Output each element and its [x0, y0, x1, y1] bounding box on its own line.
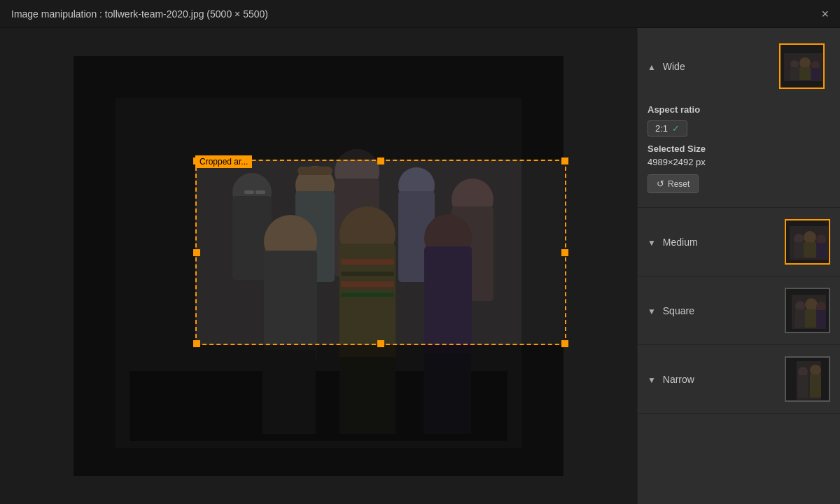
svg-point-47	[795, 301, 805, 311]
svg-rect-58	[810, 374, 821, 398]
svg-rect-16	[264, 251, 317, 363]
square-label: Square	[663, 305, 694, 316]
section-wide: ▲ Wide	[638, 28, 840, 208]
wide-thumb-container	[774, 39, 830, 93]
aspect-ratio-value: 2:1	[655, 123, 668, 134]
svg-rect-52	[816, 310, 826, 328]
section-header-wide[interactable]: ▲ Wide	[638, 35, 840, 97]
svg-rect-32	[790, 67, 799, 80]
dialog-title: Image manipulation : tollwerk-team-2020.…	[11, 8, 268, 20]
section-square: ▼ Square	[638, 276, 840, 345]
reset-icon: ↺	[657, 178, 664, 189]
section-header-medium[interactable]: ▼ Medium	[638, 215, 840, 269]
svg-rect-42	[804, 242, 816, 258]
reset-label: Reset	[668, 179, 690, 189]
title-bar: Image manipulation : tollwerk-team-2020.…	[0, 0, 840, 28]
narrow-header-left: ▼ Narrow	[648, 374, 694, 385]
section-header-narrow[interactable]: ▼ Narrow	[638, 352, 840, 406]
group-photo	[74, 56, 564, 476]
section-medium: ▼ Medium	[638, 208, 840, 276]
main-layout: Cropped ar... ▲ Wide	[0, 28, 840, 504]
svg-point-51	[816, 302, 826, 312]
narrow-label: Narrow	[663, 374, 694, 385]
svg-point-41	[804, 231, 816, 244]
svg-rect-4	[244, 190, 254, 194]
svg-point-43	[816, 234, 826, 244]
svg-rect-34	[799, 67, 811, 80]
medium-header-left: ▼ Medium	[648, 237, 698, 248]
medium-label: Medium	[663, 237, 698, 248]
svg-point-55	[798, 367, 808, 377]
medium-thumbnail	[785, 219, 830, 265]
svg-rect-48	[795, 309, 805, 328]
svg-point-33	[799, 57, 811, 69]
svg-rect-19	[341, 259, 394, 265]
narrow-thumbnail	[785, 356, 830, 402]
selected-size-value: 4989×2492 px	[648, 157, 830, 167]
square-header-left: ▼ Square	[648, 305, 694, 316]
aspect-check-icon: ✓	[672, 123, 680, 134]
image-canvas: Cropped ar...	[74, 56, 564, 476]
svg-rect-22	[341, 293, 394, 297]
svg-point-49	[805, 298, 818, 311]
svg-rect-26	[262, 350, 316, 434]
square-thumbnail	[785, 288, 830, 333]
svg-rect-5	[255, 190, 265, 194]
svg-rect-27	[340, 357, 396, 434]
wide-chevron: ▲ Wide	[648, 61, 685, 72]
image-area[interactable]: Cropped ar...	[0, 28, 637, 504]
right-panel: ▲ Wide	[637, 28, 840, 504]
svg-point-57	[810, 365, 821, 376]
svg-rect-56	[798, 375, 808, 398]
close-button[interactable]: ×	[821, 8, 829, 20]
crop-label: Cropped ar...	[195, 155, 252, 168]
svg-rect-20	[341, 272, 394, 276]
selected-size-label: Selected Size	[648, 144, 830, 154]
wide-thumbnail	[779, 43, 825, 89]
svg-rect-36	[811, 68, 820, 80]
svg-rect-28	[424, 354, 471, 434]
svg-rect-24	[424, 246, 472, 358]
svg-rect-10	[298, 167, 332, 175]
svg-rect-50	[805, 309, 818, 328]
svg-rect-40	[794, 242, 804, 258]
section-header-square[interactable]: ▼ Square	[638, 284, 840, 337]
aspect-ratio-badge: 2:1 ✓	[648, 120, 687, 136]
svg-point-39	[794, 234, 804, 244]
svg-rect-44	[816, 243, 826, 258]
reset-button[interactable]: ↺ Reset	[648, 174, 699, 193]
wide-label: Wide	[663, 61, 685, 72]
section-narrow: ▼ Narrow	[638, 345, 840, 414]
svg-rect-21	[341, 281, 394, 287]
aspect-ratio-label: Aspect ratio	[648, 104, 830, 115]
wide-section-content: Aspect ratio 2:1 ✓ Selected Size 4989×24…	[638, 97, 840, 200]
